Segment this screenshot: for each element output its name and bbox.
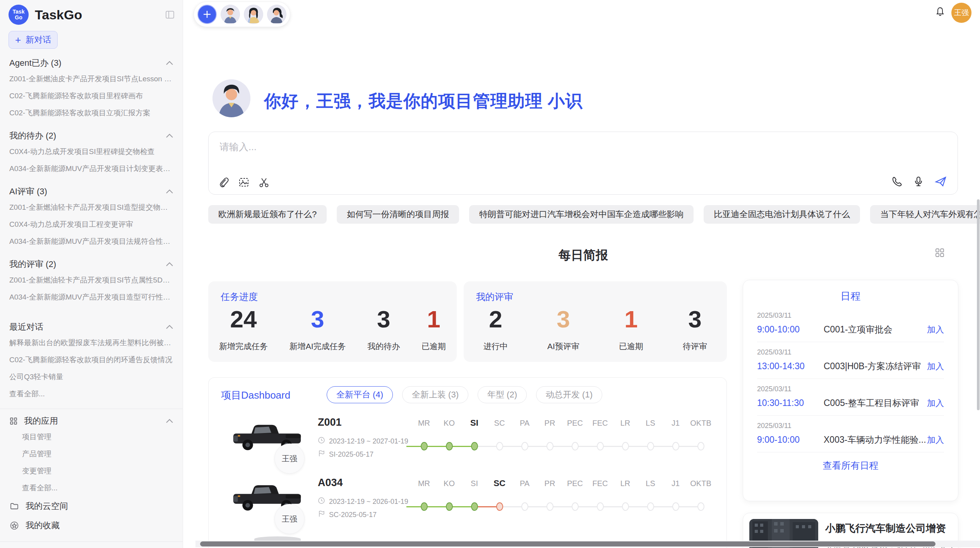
milestone-label: PEC [562,416,588,430]
stat-value: 3 [367,305,400,333]
sidebar-section-1-header[interactable]: 我的待办 (2) [9,130,173,142]
milestone-label: KO [437,477,462,490]
suggestion-chip[interactable]: 当下年轻人对汽车外观有怎样的喜好趋势 [870,205,980,224]
vertical-scrollbar-thumb[interactable] [977,199,980,410]
join-link[interactable]: 加入 [927,434,944,446]
session-avatar-1[interactable] [221,5,240,24]
milestone-MR: MR [411,416,437,430]
schedule-event-title: C003|H0B-方案冻结评审 [824,360,927,372]
stat-value: 24 [219,305,268,333]
sidebar-section-0-header[interactable]: Agent已办 (3) [9,57,173,69]
schedule-entry-main: 9:00-10:00X003-车辆动力学性能验...加入 [757,434,944,446]
notification-bell-icon[interactable] [935,6,946,17]
timeline-segment [550,446,575,447]
project-row-A034[interactable]: 王强A0342023-12-19 ~ 2026-01-19SC-2025-05-… [209,475,727,534]
timeline-segment [651,446,676,447]
session-avatar-3[interactable] [267,5,286,24]
phone-icon[interactable] [891,176,903,187]
sidebar-recent-item[interactable]: 解释最新出台的欧盟报废车法规再生塑料比例被调至15%... [0,334,183,351]
schedule-event-title: C001-立项审批会 [824,324,927,336]
dashboard-tab[interactable]: 全新上装 (3) [402,386,468,403]
project-dashboard-card: 项目Dashboard 全新平台 (4)全新上装 (3)年型 (2)动总开发 (… [208,377,727,548]
horizontal-scrollbar-thumb[interactable] [200,541,935,546]
milestone-J1: J1 [663,416,688,430]
layout-grid-icon[interactable] [935,248,945,258]
sidebar-section-0-item[interactable]: Z001-全新燃油皮卡产品开发项目SI节点Lesson Learn报告 [0,70,183,87]
milestone-dot [547,502,553,511]
sidebar-section-3-item[interactable]: Z001-全新燃油轻卡产品开发项目SI节点属性5D文件评审 [0,272,183,289]
send-icon[interactable] [934,175,947,188]
scissors-icon[interactable] [258,176,270,188]
sidebar-section-2-item[interactable]: A034-全新新能源MUV产品开发项目法规符合性评审 [0,233,183,250]
stat-label: 已逾期 [421,341,446,352]
sidebar-recent-item[interactable]: 公司Q3轻卡销量 [0,368,183,385]
milestone-SI: SI [462,416,487,430]
sidebar-collapse-icon[interactable] [165,10,175,20]
milestone-LR: LR [613,477,638,490]
project-row-Z001[interactable]: 王强Z0012023-12-19 ~ 2027-01-19SI-2025-05-… [209,415,727,474]
milestone-label: MR [411,477,437,490]
sidebar-app-item[interactable]: 产品管理 [0,445,183,462]
schedule-event-title: C005-整车工程目标评审 [824,397,927,409]
sidebar-recent-header[interactable]: 最近对话 [9,321,173,333]
join-link[interactable]: 加入 [927,324,944,336]
milestone-label: SC [487,416,512,430]
schedule-date: 2025/03/11 [757,348,944,356]
session-avatar-2[interactable] [244,5,263,24]
dashboard-tab[interactable]: 动总开发 (1) [536,386,602,403]
sidebar-section-1-item[interactable]: C0X4-动力总成开发项目SI里程碑提交物检查 [0,143,183,160]
milestone-label: PR [537,477,562,490]
suggestion-chip[interactable]: 比亚迪全固态电池计划具体说了什么 [704,205,860,224]
sidebar-section-1-item[interactable]: A034-全新新能源MUV产品开发项目计划变更表编写 [0,160,183,177]
stat-value: 3 [547,305,579,333]
add-session-button[interactable] [197,5,217,24]
stat-value: 1 [421,305,446,333]
timeline-segment [475,446,500,447]
milestone-label: KO [437,416,462,430]
milestone-label: PEC [562,477,588,490]
schedule-date: 2025/03/11 [757,422,944,430]
stat-label: 新增AI完成任务 [290,341,346,352]
sidebar-recent-item[interactable]: 查看全部... [0,385,183,402]
new-chat-button[interactable]: + 新对话 [9,31,58,49]
mic-icon[interactable] [913,176,924,187]
image-icon[interactable] [238,176,250,188]
suggestion-chip[interactable]: 特朗普可能对进口汽车增税会对中国车企造成哪些影响 [469,205,694,224]
sidebar-item-我的收藏[interactable]: 我的收藏 [0,516,183,535]
schedule-entry: 2025/03/1113:00-14:30C003|H0B-方案冻结评审加入 [757,342,944,372]
star-icon [9,521,19,530]
sidebar-item-我的云空间[interactable]: 我的云空间 [0,497,183,516]
sidebar-app-item[interactable]: 查看全部... [0,480,183,497]
sidebar-item-my-apps[interactable]: 我的应用 [9,415,173,427]
dashboard-tab[interactable]: 年型 (2) [478,386,527,403]
clock-icon [318,437,325,446]
plus-icon [202,10,212,19]
sidebar-section-2-item[interactable]: C0X4-动力总成开发项目工程变更评审 [0,216,183,233]
chat-input[interactable] [219,140,839,164]
dashboard-title: 项目Dashboard [221,389,290,402]
sidebar-app-item[interactable]: 变更管理 [0,462,183,480]
project-code: A034 [318,477,343,489]
sidebar-section-0-item[interactable]: C02-飞腾新能源轻客改款项目立项汇报方案 [0,104,183,122]
schedule-entry-main: 10:30-11:30C005-整车工程目标评审加入 [757,397,944,409]
user-avatar[interactable]: 王强 [951,3,971,23]
attachment-icon[interactable] [218,176,230,188]
suggestion-chip[interactable]: 欧洲新规最近颁布了什么? [208,205,327,224]
milestone-label: LS [638,477,663,490]
suggestion-chip[interactable]: 如何写一份清晰的项目周报 [337,205,459,224]
sidebar-section-3-header[interactable]: 我的评审 (2) [9,259,173,270]
milestone-PEC: PEC [562,477,588,490]
sidebar-section-2-item[interactable]: Z001-全新燃油轻卡产品开发项目SI造型提交物评审 [0,199,183,216]
sidebar-app-item[interactable]: 项目管理 [0,428,183,445]
sidebar-apps-items: 项目管理产品管理变更管理查看全部... [0,428,183,497]
sidebar-recent-item[interactable]: C02-飞腾新能源轻客改款项目的闭环通告反馈情况 [0,351,183,368]
sidebar-section-3-item[interactable]: A034-全新新能源MUV产品开发项目造型可行性评审 [0,289,183,306]
join-link[interactable]: 加入 [927,361,944,372]
sidebar-section-0-item[interactable]: C02-飞腾新能源轻客改款项目里程碑画布 [0,87,183,104]
sidebar-section-2-header[interactable]: AI评审 (3) [9,186,173,197]
dashboard-tab[interactable]: 全新平台 (4) [327,386,393,403]
view-all-schedule-link[interactable]: 查看所有日程 [757,459,944,472]
join-link[interactable]: 加入 [927,397,944,409]
project-dates-text: 2023-12-19 ~ 2026-01-19 [329,498,408,506]
user-avatar-label: 王强 [954,8,969,18]
